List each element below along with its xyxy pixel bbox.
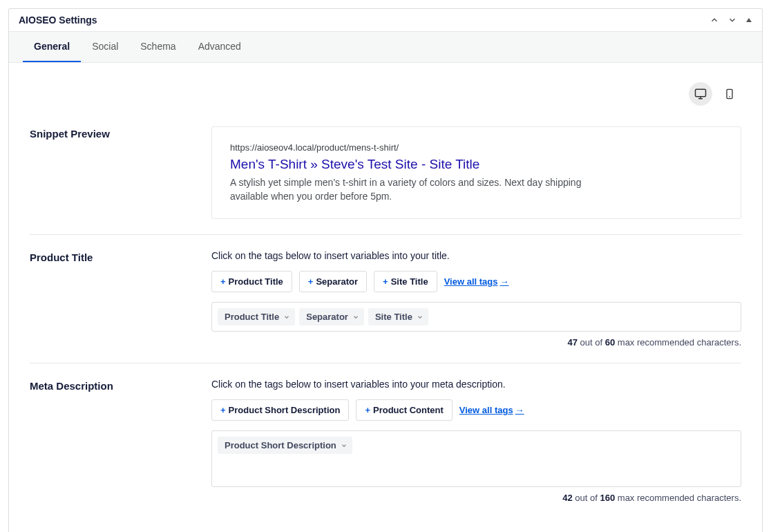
chevron-down-icon [352,314,359,321]
meta-description-instruction: Click on the tags below to insert variab… [211,379,741,390]
tabs: General Social Schema Advanced [9,32,762,63]
meta-description-row: Meta Description Click on the tags below… [30,363,741,518]
meta-description-label: Meta Description [30,379,211,503]
chevron-down-icon [341,442,348,449]
product-title-char-count: 47 out of 60 max recommended characters. [211,337,741,348]
product-title-tag-buttons: +Product Title +Separator +Site Title Vi… [211,271,741,292]
chevron-down-icon [417,314,423,321]
tab-advanced[interactable]: Advanced [187,32,252,62]
snippet-url: https://aioseov4.local/product/mens-t-sh… [230,142,723,153]
chip-site-title[interactable]: Site Title [368,308,428,325]
device-toggle [30,82,741,106]
snippet-box: https://aioseov4.local/product/mens-t-sh… [211,126,741,219]
meta-description-content: Click on the tags below to insert variab… [211,379,741,503]
snippet-preview-content: https://aioseov4.local/product/mens-t-sh… [211,126,741,219]
panel-header: AIOSEO Settings [9,9,762,32]
plus-icon: + [383,276,388,287]
add-tag-separator[interactable]: +Separator [299,271,367,292]
add-tag-product-title[interactable]: +Product Title [211,271,292,292]
svg-rect-1 [696,89,706,97]
product-title-row: Product Title Click on the tags below to… [30,234,741,363]
chevron-up-icon[interactable] [710,15,719,25]
add-tag-product-content[interactable]: +Product Content [356,399,452,421]
add-tag-product-short-description[interactable]: +Product Short Description [211,399,349,421]
view-all-tags-link[interactable]: View all tags → [444,276,509,287]
tab-general[interactable]: General [23,32,81,62]
meta-description-input[interactable]: Product Short Description [211,430,741,487]
tab-social[interactable]: Social [81,32,129,62]
panel-controls [710,15,752,25]
product-title-content: Click on the tags below to insert variab… [211,250,741,348]
chip-product-short-description[interactable]: Product Short Description [218,437,352,454]
tab-schema[interactable]: Schema [129,32,187,62]
caret-up-icon[interactable] [745,17,752,23]
chip-product-title[interactable]: Product Title [218,308,295,325]
plus-icon: + [365,405,370,415]
chip-separator[interactable]: Separator [299,308,364,325]
product-title-input[interactable]: Product Title Separator Site Title [211,302,741,332]
snippet-preview-row: Snippet Preview https://aioseov4.local/p… [30,111,741,234]
arrow-right-icon: → [499,276,508,287]
snippet-title: Men's T-Shirt » Steve's Test Site - Site… [230,157,723,172]
chevron-down-icon[interactable] [727,15,737,25]
view-all-tags-link[interactable]: View all tags → [459,405,524,415]
aioseo-settings-panel: AIOSEO Settings General Social Schema Ad… [8,8,763,532]
add-tag-site-title[interactable]: +Site Title [374,271,437,292]
snippet-preview-label: Snippet Preview [30,126,211,219]
panel-title: AIOSEO Settings [19,15,97,26]
product-title-label: Product Title [30,250,211,348]
product-title-instruction: Click on the tags below to insert variab… [211,250,741,261]
plus-icon: + [220,276,226,287]
desktop-preview-button[interactable] [689,82,712,106]
svg-rect-4 [727,89,732,98]
content: Snippet Preview https://aioseov4.local/p… [9,63,762,532]
arrow-right-icon: → [515,405,524,415]
svg-marker-0 [746,18,752,22]
plus-icon: + [220,405,226,415]
meta-description-char-count: 42 out of 160 max recommended characters… [211,493,741,503]
snippet-description: A stylish yet simple men's t-shirt in a … [230,176,589,203]
mobile-preview-button[interactable] [718,82,741,106]
chevron-down-icon [283,314,290,321]
plus-icon: + [308,276,314,287]
meta-description-tag-buttons: +Product Short Description +Product Cont… [211,399,741,421]
